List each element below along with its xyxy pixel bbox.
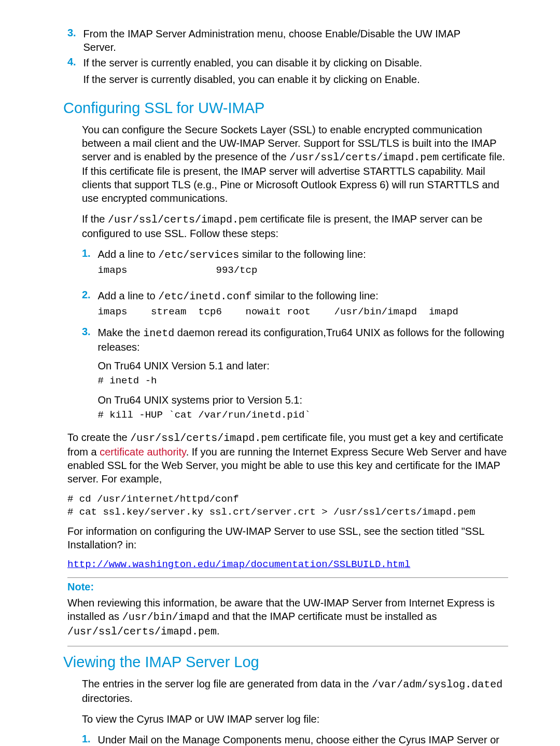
ssl-step-2: 2. Add a line to /etc/inetd.conf similar… — [82, 289, 508, 324]
step-text: If the server is currently disabled, you… — [83, 73, 419, 86]
code-block: # kill -HUP `cat /var/run/inetd.pid` — [97, 409, 507, 422]
step-number: 2. — [82, 289, 95, 301]
section-heading-log: Viewing the IMAP Server Log — [63, 654, 508, 671]
paragraph: To view the Cyrus IMAP or UW IMAP server… — [82, 712, 508, 726]
paragraph: For information on configuring the UW-IM… — [67, 524, 508, 551]
step-number: 3. — [82, 326, 95, 338]
paragraph: You can configure the Secure Sockets Lay… — [82, 123, 508, 205]
note-heading: Note: — [67, 581, 508, 593]
note-body: When reviewing this information, be awar… — [67, 596, 508, 639]
divider — [67, 577, 508, 578]
divider — [67, 646, 508, 646]
paragraph: The entries in the server log file are g… — [82, 677, 508, 705]
step-text: Under Mail on the Manage Components menu… — [97, 733, 507, 746]
log-steps: 1. Under Mail on the Manage Components m… — [82, 733, 508, 746]
enable-disable-steps: 3. From the IMAP Server Administration m… — [67, 27, 508, 86]
step-number: 3. — [67, 27, 81, 39]
step-subtext: On Tru64 UNIX systems prior to Version 5… — [97, 393, 507, 407]
ssl-steps: 1. Add a line to /etc/services similar t… — [82, 247, 508, 427]
glossary-term: certificate authority — [100, 446, 186, 458]
step-subtext: On Tru64 UNIX Version 5.1 and later: — [97, 359, 507, 372]
external-link[interactable]: http://www.washington.edu/imap/documenta… — [67, 559, 410, 570]
step-text: From the IMAP Server Administration menu… — [83, 27, 493, 54]
step-number: 1. — [82, 247, 95, 259]
step-text: If the server is currently enabled, you … — [83, 57, 422, 68]
step-3: 3. From the IMAP Server Administration m… — [67, 27, 508, 54]
code-block: imaps 993/tcp — [97, 264, 507, 278]
code-block: # cd /usr/internet/httpd/conf # cat ssl.… — [67, 493, 508, 519]
ssl-step-1: 1. Add a line to /etc/services similar t… — [82, 247, 508, 283]
code-block: # inetd -h — [97, 375, 507, 388]
code-block: imaps stream tcp6 nowait root /usr/bin/i… — [97, 306, 507, 319]
step-number: 4. — [67, 56, 81, 68]
step-number: 1. — [82, 733, 95, 745]
log-step-1: 1. Under Mail on the Manage Components m… — [82, 733, 508, 746]
section-heading-ssl: Configuring SSL for UW-IMAP — [63, 100, 508, 117]
step-4: 4. If the server is currently enabled, y… — [67, 56, 508, 86]
paragraph: If the /usr/ssl/certs/imapd.pem certific… — [82, 212, 508, 240]
ssl-step-3: 3. Make the inetd daemon reread its conf… — [82, 326, 508, 427]
paragraph: To create the /usr/ssl/certs/imapd.pem c… — [67, 431, 508, 486]
